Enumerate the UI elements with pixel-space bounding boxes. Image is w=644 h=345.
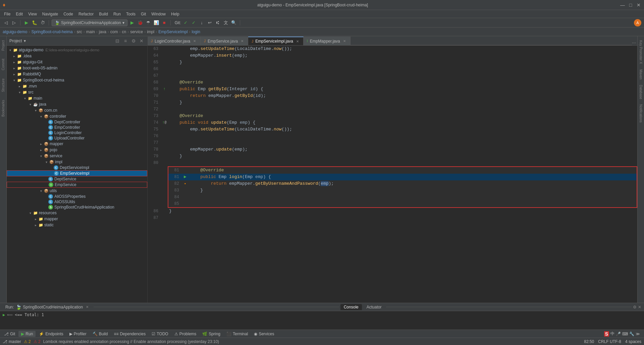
tree-item-logincontroller[interactable]: C LoginController bbox=[7, 130, 147, 135]
tab-empmapper-close[interactable]: ✕ bbox=[342, 39, 347, 44]
breadcrumb-method[interactable]: login bbox=[192, 30, 200, 34]
debug-app-button[interactable]: 🐞 bbox=[137, 19, 144, 26]
git-push-icon[interactable]: ✓ bbox=[190, 19, 197, 26]
run-close-btn[interactable]: ✕ bbox=[85, 305, 90, 309]
tab-logincontroller[interactable]: J LoginController.java ✕ bbox=[148, 37, 201, 45]
console-tab[interactable]: Console bbox=[340, 304, 362, 310]
tree-item-empserviceimpl[interactable]: C EmpServiceImpl bbox=[7, 170, 147, 176]
tab-empmapper[interactable]: I EmpMapper.java ✕ bbox=[304, 37, 351, 45]
menu-navigate[interactable]: Navigate bbox=[40, 11, 61, 17]
tree-item-resources-mapper[interactable]: ▸ 📁 mapper bbox=[7, 216, 147, 222]
search-everywhere-icon[interactable]: 🔍 bbox=[230, 19, 237, 26]
git-check-icon[interactable]: ✓ bbox=[182, 19, 189, 26]
menu-window[interactable]: Window bbox=[149, 11, 168, 17]
structure-icon[interactable]: Structure bbox=[1, 76, 6, 95]
back-button[interactable]: ◁ bbox=[3, 19, 9, 26]
menu-view[interactable]: View bbox=[25, 11, 40, 17]
breadcrumb-cn[interactable]: cn bbox=[122, 30, 126, 34]
commit-icon[interactable]: Commit bbox=[1, 56, 6, 73]
tree-item-aliossprops[interactable]: C AliOSSProperties bbox=[7, 194, 147, 199]
menu-file[interactable]: File bbox=[1, 11, 13, 17]
toolbar-services[interactable]: ◉ Services bbox=[251, 331, 277, 337]
forward-button[interactable]: ▷ bbox=[11, 19, 17, 26]
tree-item-src[interactable]: ▾ 📁 src bbox=[7, 89, 147, 95]
menu-build[interactable]: Build bbox=[96, 11, 111, 17]
toolbar-git[interactable]: ⎇ Git bbox=[1, 331, 18, 337]
menu-run[interactable]: Run bbox=[111, 11, 123, 17]
tab-empserviceimpl-close[interactable]: ✕ bbox=[295, 39, 300, 44]
tree-item-pojo[interactable]: ▸ 📦 pojo bbox=[7, 147, 147, 153]
stop-button[interactable]: ■ bbox=[161, 19, 168, 26]
breadcrumb-class[interactable]: EmpServiceImpl bbox=[158, 30, 187, 34]
code-editor[interactable]: 63 emp.setUpdateTime(LocalDateTime.now()… bbox=[148, 46, 637, 303]
breadcrumb-java[interactable]: java bbox=[99, 30, 106, 34]
tree-item-deptservice[interactable]: C DeptService bbox=[7, 176, 147, 182]
project-icon[interactable]: Project bbox=[1, 38, 6, 53]
breadcrumb-main[interactable]: main bbox=[86, 30, 95, 34]
debug-button[interactable]: 🐛 bbox=[31, 19, 38, 26]
close-button[interactable]: ✕ bbox=[636, 2, 641, 8]
git-branch-status[interactable]: ⎇ master bbox=[3, 339, 21, 344]
maven-btn[interactable]: Maven bbox=[638, 67, 643, 82]
database-btn[interactable]: Database bbox=[638, 82, 643, 102]
menu-git[interactable]: Git bbox=[138, 11, 149, 17]
editor-tabs-more[interactable]: ⋯ bbox=[632, 41, 636, 45]
tab-logincontroller-close[interactable]: ✕ bbox=[192, 39, 197, 44]
toolbar-dependencies[interactable]: ≡≡ Dependencies bbox=[111, 331, 148, 337]
toolbar-spring[interactable]: 🌿 Spring bbox=[200, 331, 223, 337]
expand-all-button[interactable]: ≡ bbox=[122, 38, 128, 44]
actuator-tab[interactable]: Actuator bbox=[363, 304, 385, 310]
tree-item-rabbitmq[interactable]: ▸ 📁 RabbitMQ bbox=[7, 71, 147, 77]
tree-item-empservice[interactable]: I EmpService bbox=[7, 182, 147, 188]
bottom-hide-btn[interactable]: ✕ bbox=[638, 305, 641, 309]
menu-edit[interactable]: Edit bbox=[13, 11, 25, 17]
toolbar-run[interactable]: ▶ Run bbox=[18, 331, 36, 337]
breadcrumb-com[interactable]: com bbox=[110, 30, 118, 34]
toolbar-endpoints[interactable]: ⚡ Endpoints bbox=[36, 331, 66, 337]
notifications-btn[interactable]: Notifications bbox=[638, 102, 643, 125]
tree-item-deptcontroller[interactable]: C DeptController bbox=[7, 119, 147, 125]
toolbar-build[interactable]: 🔨 Build bbox=[90, 331, 111, 337]
git-pull-icon[interactable]: ↓ bbox=[198, 19, 205, 26]
breadcrumb-src[interactable]: src bbox=[77, 30, 82, 34]
breadcrumb-module[interactable]: SpringBoot-crud-heima bbox=[31, 30, 72, 34]
settings-button[interactable]: ⚙ bbox=[130, 38, 137, 44]
git-branch-icon[interactable]: ⑆ bbox=[214, 19, 221, 26]
tree-item-deptserviceimpl[interactable]: C DeptServiceImpl bbox=[7, 165, 147, 170]
tree-item-idea[interactable]: ▸ 📁 .idea bbox=[7, 53, 147, 59]
tree-item-controller[interactable]: ▾ 📦 controller bbox=[7, 113, 147, 119]
toolbar-todo[interactable]: ☑ TODO bbox=[149, 331, 171, 337]
tree-item-springbootapp[interactable]: S SpringBootCrudHeimaApplication bbox=[7, 205, 147, 210]
tree-item-atguigu-git[interactable]: ▸ 📁 atguigu-Git bbox=[7, 59, 147, 65]
tree-item-main[interactable]: ▾ 📁 main bbox=[7, 95, 147, 101]
tree-item-mapper[interactable]: ▸ 📦 mapper bbox=[7, 141, 147, 147]
tab-empservice[interactable]: J EmpService.java ✕ bbox=[201, 37, 248, 45]
tree-item-root[interactable]: ▾ 📁 atguigu-demo E:\idea-workspace\atgui… bbox=[7, 47, 147, 53]
project-dropdown-icon[interactable]: ▾ bbox=[24, 39, 26, 43]
key-promoter-btn[interactable]: Key Promoter X bbox=[638, 38, 643, 67]
tree-item-springboot[interactable]: ▾ 📁 SpringBoot-crud-heima bbox=[7, 77, 147, 83]
tree-item-empcontroller[interactable]: C EmpController bbox=[7, 125, 147, 130]
tree-item-resources[interactable]: ▾ 📁 resources bbox=[7, 210, 147, 216]
toolbar-problems[interactable]: ⚠ Problems bbox=[172, 331, 199, 337]
bottom-settings-btn[interactable]: ⚙ bbox=[633, 305, 637, 309]
tab-empservice-close[interactable]: ✕ bbox=[240, 39, 245, 44]
run-app-button[interactable]: ▶ bbox=[129, 19, 136, 26]
coverage-button[interactable]: ☂ bbox=[145, 19, 152, 26]
run-button[interactable]: ▶ bbox=[23, 19, 30, 26]
tree-item-impl[interactable]: ▾ 📦 impl bbox=[7, 159, 147, 165]
git-revert-icon[interactable]: ↩ bbox=[206, 19, 213, 26]
minimize-button[interactable]: — bbox=[620, 2, 625, 8]
breadcrumb-service[interactable]: service bbox=[130, 30, 143, 34]
tree-item-mvn[interactable]: ▸ 📁 .mvn bbox=[7, 83, 147, 89]
close-panel-button[interactable]: ✕ bbox=[139, 38, 145, 44]
tree-item-java[interactable]: ▾ ☕ java bbox=[7, 101, 147, 107]
menu-help[interactable]: Help bbox=[168, 11, 182, 17]
bookmarks-icon[interactable]: Bookmarks bbox=[1, 97, 6, 119]
breadcrumb-project[interactable]: atguigu-demo bbox=[3, 30, 27, 34]
translate-icon[interactable]: 文 bbox=[222, 19, 229, 26]
tree-item-utils[interactable]: ▾ 📦 utils bbox=[7, 188, 147, 194]
avatar-icon[interactable]: A bbox=[634, 19, 641, 26]
run-configuration[interactable]: 🍃 SpringBootCrudHeimaApplication ▾ bbox=[52, 19, 127, 26]
tree-item-aliossutils[interactable]: C AliOSSUtils bbox=[7, 199, 147, 205]
